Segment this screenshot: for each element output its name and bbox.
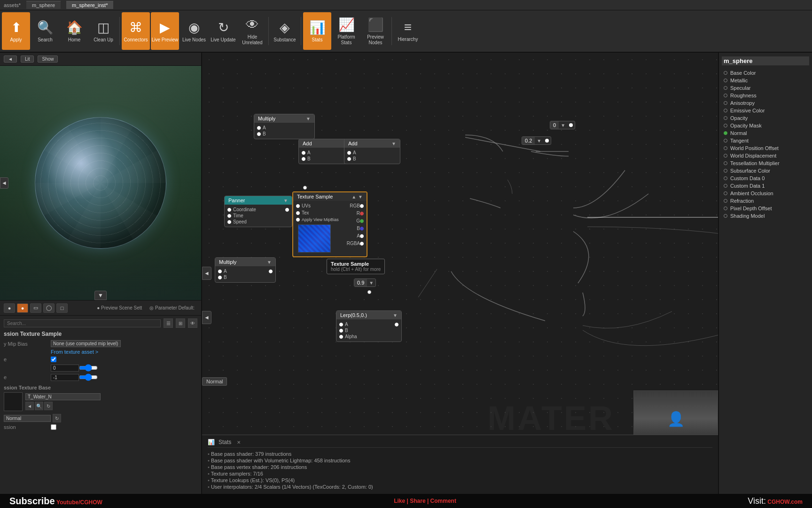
output-dot: [724, 191, 727, 195]
output-dot: [724, 131, 727, 135]
miplevel-dropdown[interactable]: None (use computed mip level): [51, 340, 121, 347]
cleanup-button[interactable]: ◫ Clean Up: [89, 12, 117, 50]
applymip-checkbox[interactable]: [51, 357, 56, 362]
props-list-button[interactable]: ☰: [164, 318, 173, 328]
previewnodes-button[interactable]: ⬛ Preview Nodes: [361, 12, 390, 50]
canvas-collapse-left[interactable]: ◄: [202, 267, 211, 280]
output-item: Custom Data 1: [722, 182, 809, 190]
output-label: Opacity Mask: [730, 123, 762, 128]
substance-button[interactable]: ◈ Substance: [271, 12, 299, 50]
applymip-label: e: [4, 357, 51, 362]
multiply1-arrow[interactable]: ▼: [306, 116, 311, 121]
add2-body: A B: [344, 148, 400, 164]
output-dot: [724, 184, 727, 188]
canvas-collapse-left2[interactable]: ◄: [202, 311, 211, 324]
from-texture-button[interactable]: From texture asset >: [51, 349, 98, 355]
tex-search-button[interactable]: 🔍: [35, 402, 43, 410]
preview-plane2-button[interactable]: □: [56, 303, 68, 313]
platformstats-button[interactable]: 📈 Platform Stats: [332, 12, 360, 50]
lerp-arrow[interactable]: ▼: [393, 313, 398, 318]
val0-input[interactable]: [51, 365, 79, 372]
collapse-left-button[interactable]: ◄: [0, 177, 8, 189]
search-button[interactable]: 🔍 Search: [31, 12, 59, 50]
panner-arrow[interactable]: ▼: [283, 198, 288, 203]
value-0-arrow[interactable]: ▼: [559, 122, 567, 129]
tex-a-pin: [360, 234, 364, 238]
texture-thumbnail: [4, 392, 23, 411]
visit-section: Visit: CGHOW.com: [748, 496, 803, 506]
collapse-bottom-button[interactable]: ▼: [94, 291, 107, 300]
msphere-inst-tab[interactable]: m_sphere_inst*: [66, 1, 113, 9]
multiply2-header[interactable]: Multiply ▼: [215, 258, 275, 266]
preview-plane-button[interactable]: ▭: [30, 303, 41, 313]
home-button[interactable]: 🏠 Home: [60, 12, 88, 50]
texture-sample-header[interactable]: Texture Sample ▲ ▼: [293, 192, 367, 201]
texture-sample-down-arrow[interactable]: ▼: [358, 194, 363, 199]
show-button[interactable]: Show: [38, 56, 58, 63]
cleanup-icon: ◫: [97, 20, 109, 35]
texture-sample-label: Texture Sample: [297, 194, 333, 199]
dot-node-09: [367, 290, 371, 294]
texture-select[interactable]: T_Water_N: [25, 393, 101, 400]
normal-badge: Normal: [202, 377, 227, 386]
perspective-button[interactable]: ◄: [4, 56, 17, 63]
liveupdate-label: Live Update: [211, 37, 235, 43]
paint-texture-checkbox[interactable]: [51, 424, 56, 430]
main-layout: ◄ Lit Show ◄ ▼: [0, 53, 812, 494]
props-grid-button[interactable]: ⊞: [176, 318, 185, 328]
sampler-select[interactable]: Normal: [4, 415, 51, 422]
props-eye-button[interactable]: 👁: [188, 318, 197, 328]
multiply1-body: A B: [254, 123, 314, 139]
output-label: Custom Data 1: [730, 183, 765, 189]
output-label: Specular: [730, 85, 750, 91]
stats-close[interactable]: ✕: [237, 440, 241, 445]
preview-sphere-button[interactable]: ●: [4, 303, 15, 313]
tex-prev-button[interactable]: ◄: [25, 402, 34, 410]
props-search-input[interactable]: [4, 319, 161, 327]
add2-header[interactable]: Add ▼: [344, 139, 400, 148]
dot-node-top: [303, 186, 307, 190]
livenodes-label: Live Nodes: [182, 37, 206, 43]
output-item: Metallic: [722, 77, 809, 84]
apply-button[interactable]: ⬆ Apply: [2, 12, 30, 50]
multiply1-header[interactable]: Multiply ▼: [254, 114, 314, 123]
add2-arrow[interactable]: ▼: [391, 141, 396, 146]
val0-slider[interactable]: [79, 364, 98, 372]
msphere-tab[interactable]: m_sphere: [26, 1, 61, 9]
output-dot: [724, 139, 727, 143]
connectors-button[interactable]: ⌘ Connectors: [122, 12, 150, 50]
livepreview-button[interactable]: ▶ Live Preview: [151, 12, 179, 50]
sampler-reset-button[interactable]: ↻: [53, 414, 61, 422]
stats-button[interactable]: 📊 Stats: [303, 12, 331, 50]
assets-tab[interactable]: assets*: [4, 2, 21, 8]
texture-sample-up-arrow[interactable]: ▲: [351, 194, 356, 199]
subscribe-text: Subscribe: [9, 496, 55, 506]
liveupdate-button[interactable]: ↻ Live Update: [209, 12, 237, 50]
valneg1-input[interactable]: [51, 374, 79, 381]
social-section: Like | Share | Comment: [394, 498, 456, 504]
texture-icons: ◄ 🔍 ↻: [25, 402, 101, 410]
output-item: Anisotropy: [722, 99, 809, 107]
value-0-node: 0 ▼: [550, 121, 575, 129]
preview-orange-button[interactable]: ●: [17, 303, 28, 313]
panner-header[interactable]: Panner ▼: [225, 196, 292, 205]
lerp-header[interactable]: Lerp(0.5,0.) ▼: [336, 311, 401, 319]
output-dot: [724, 116, 727, 120]
value-09-arrow[interactable]: ▼: [367, 279, 375, 286]
value-02-arrow[interactable]: ▼: [535, 137, 543, 144]
lit-button[interactable]: Lit: [21, 56, 34, 63]
livenodes-button[interactable]: ◉ Live Nodes: [180, 12, 208, 50]
preview-scene-button[interactable]: ● Preview Scene Sett: [94, 304, 145, 311]
hierarchy-button[interactable]: ≡ Hierarchy: [394, 12, 422, 50]
param-default-button[interactable]: ◎ Parameter Default:: [147, 304, 197, 311]
left-panel: ◄ Lit Show ◄ ▼: [0, 53, 202, 494]
valneg1-slider[interactable]: [79, 373, 98, 381]
tex-refresh-button[interactable]: ↻: [44, 402, 53, 410]
node-canvas[interactable]: MATER ◄ ◄ 0 ▼: [202, 53, 718, 494]
hideunrelated-button[interactable]: 👁 Hide Unrelated: [238, 12, 266, 50]
home-icon: 🏠: [66, 20, 83, 35]
preview-cylinder-button[interactable]: ◯: [43, 303, 55, 313]
applymip-row: e: [4, 357, 197, 362]
multiply2-arrow[interactable]: ▼: [267, 260, 272, 265]
output-dot: [724, 146, 727, 150]
